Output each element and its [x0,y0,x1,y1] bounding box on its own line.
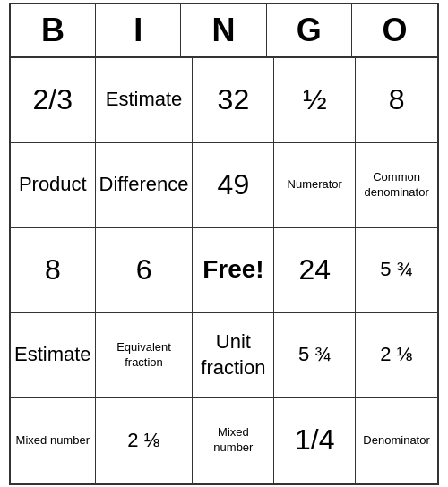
bingo-cell[interactable]: Difference [96,143,194,228]
header-letter: B [11,4,96,56]
header-letter: N [181,4,266,56]
cell-content: 5 ¾ [380,257,413,283]
cell-content: 8 [45,252,61,289]
cell-content: Difference [99,172,189,198]
bingo-cell[interactable]: Denominator [356,398,437,483]
bingo-grid: 2/3Estimate32½8ProductDifference49Numera… [11,58,437,483]
bingo-cell[interactable]: 8 [356,58,437,143]
cell-content: Free! [202,253,263,286]
bingo-cell[interactable]: Free! [193,228,274,313]
bingo-cell[interactable]: 2 ⅛ [96,398,194,483]
bingo-cell[interactable]: 5 ¾ [274,313,356,398]
header-letter: I [96,4,181,56]
bingo-cell[interactable]: 32 [193,58,274,143]
cell-content: Mixed number [16,433,90,449]
header-letter: O [352,4,437,56]
cell-content: Product [19,172,87,198]
cell-content: Estimate [14,342,91,368]
cell-content: ½ [303,81,327,119]
bingo-cell[interactable]: Mixed number [11,398,96,483]
bingo-cell[interactable]: Numerator [274,143,356,228]
cell-content: 1/4 [295,422,334,459]
cell-content: 2/3 [33,81,73,119]
cell-content: 2 ⅛ [127,428,160,454]
cell-content: 24 [298,252,331,289]
bingo-cell[interactable]: Product [11,143,96,228]
cell-content: 49 [218,167,250,204]
bingo-cell[interactable]: Estimate [96,58,194,143]
cell-content: 8 [389,81,405,119]
bingo-cell[interactable]: 8 [11,228,96,313]
bingo-cell[interactable]: 5 ¾ [356,228,437,313]
bingo-cell[interactable]: Mixed number [193,398,274,483]
bingo-cell[interactable]: Unit fraction [193,313,274,398]
cell-content: Unit fraction [196,329,270,380]
cell-content: 2 ⅛ [380,342,413,368]
bingo-card: BINGO 2/3Estimate32½8ProductDifference49… [9,3,439,485]
bingo-cell[interactable]: Equivalent fraction [96,313,194,398]
bingo-cell[interactable]: ½ [274,58,356,143]
bingo-cell[interactable]: 2 ⅛ [356,313,437,398]
cell-content: Common denominator [359,170,434,201]
bingo-cell[interactable]: Estimate [11,313,96,398]
cell-content: 5 ¾ [298,342,332,368]
bingo-cell[interactable]: 2/3 [11,58,96,143]
cell-content: 6 [136,252,152,289]
cell-content: Equivalent fraction [99,340,189,371]
cell-content: Estimate [106,87,183,113]
cell-content: 32 [218,81,250,119]
header-letter: G [267,4,352,56]
cell-content: Numerator [288,177,342,192]
bingo-header: BINGO [11,4,437,58]
bingo-cell[interactable]: Common denominator [356,143,437,228]
bingo-cell[interactable]: 6 [96,228,194,313]
bingo-cell[interactable]: 24 [274,228,356,313]
cell-content: Mixed number [196,425,270,456]
bingo-cell[interactable]: 49 [193,143,274,228]
cell-content: Denominator [363,433,429,449]
bingo-cell[interactable]: 1/4 [274,398,356,483]
